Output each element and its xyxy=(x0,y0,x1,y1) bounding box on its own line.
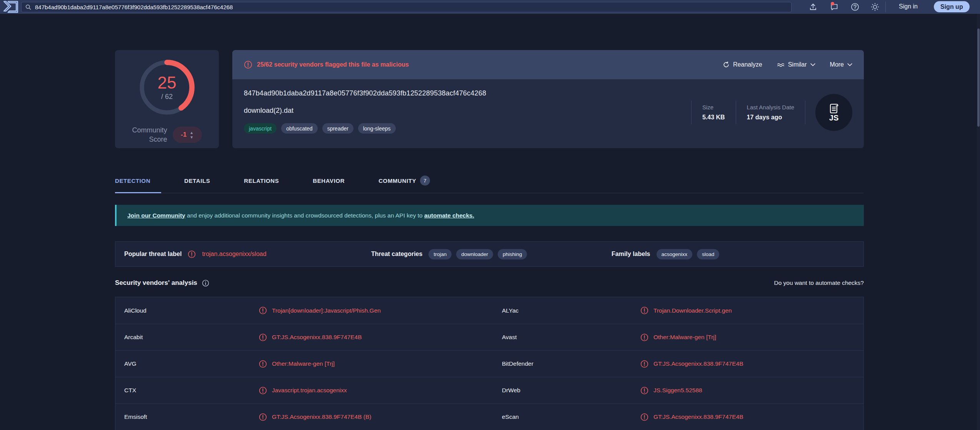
chevron-down-icon xyxy=(847,63,852,66)
topbar-divider xyxy=(885,2,886,12)
category-downloader[interactable]: downloader xyxy=(456,249,493,259)
alert-icon xyxy=(259,333,267,341)
alert-icon xyxy=(188,250,196,258)
file-card: 25/62 security vendors flagged this file… xyxy=(232,50,864,148)
detection-result: Other:Malware-gen [Trj] xyxy=(640,333,863,341)
category-trojan[interactable]: trojan xyxy=(428,249,452,259)
community-score-value: -1 xyxy=(181,131,187,139)
topbar: Sign in Sign up xyxy=(0,0,980,14)
alert-icon xyxy=(259,360,267,368)
table-row: AliCloud Trojan[downloader]:Javascript/P… xyxy=(115,297,863,324)
virustotal-logo[interactable] xyxy=(3,1,18,13)
vendor-name: DrWeb xyxy=(502,387,640,394)
detection-result: JS.Siggen5.52588 xyxy=(640,386,863,395)
popular-threat-label: Popular threat label xyxy=(124,251,182,258)
vendor-name: eScan xyxy=(502,413,640,420)
alert-icon xyxy=(259,413,267,421)
help-icon[interactable] xyxy=(851,3,859,11)
vendor-name: BitDefender xyxy=(502,360,640,367)
family-acsogenixx[interactable]: acsogenixx xyxy=(657,249,693,259)
automate-checks-link[interactable]: automate checks. xyxy=(424,212,474,219)
family-sload[interactable]: sload xyxy=(697,249,719,259)
analysis-header: Security vendors' analysis Do you want t… xyxy=(115,274,864,291)
alert-icon xyxy=(640,386,648,395)
alert-icon xyxy=(259,306,267,315)
detection-result: GT:JS.Acsogenixx.838.9F747E4B xyxy=(259,333,502,341)
table-row: CTX Javascript.trojan.acsogenixx DrWeb J… xyxy=(115,377,863,403)
tab-detection[interactable]: DETECTION xyxy=(115,169,161,193)
tab-bar: DETECTION DETAILS RELATIONS BEHAVIOR COM… xyxy=(115,169,864,193)
detection-result: GT:JS.Acsogenixx.838.9F747E4B xyxy=(640,413,863,421)
threat-categories-label: Threat categories xyxy=(371,251,422,258)
table-row: AVG Other:Malware-gen [Trj] BitDefender … xyxy=(115,350,863,377)
upload-icon[interactable] xyxy=(809,3,817,11)
tab-details[interactable]: DETAILS xyxy=(184,169,221,193)
detection-result: Javascript.trojan.acsogenixx xyxy=(259,386,502,395)
reanalyze-button[interactable]: Reanalyze xyxy=(723,61,762,68)
theme-toggle-icon[interactable] xyxy=(871,3,879,11)
flag-message: 25/62 security vendors flagged this file… xyxy=(257,61,409,68)
detection-score-ring: 25 / 62 xyxy=(138,59,196,116)
detection-result: GT:JS.Acsogenixx.838.9F747E4B xyxy=(640,360,863,368)
tab-community[interactable]: COMMUNITY 7 xyxy=(378,169,441,193)
tag-long-sleeps[interactable]: long-sleeps xyxy=(358,123,396,134)
community-score-label: Community Score xyxy=(132,125,167,144)
search-bar[interactable] xyxy=(21,2,792,12)
alert-icon xyxy=(640,333,648,341)
chevron-down-icon xyxy=(810,63,815,66)
scrollbar[interactable] xyxy=(977,14,980,430)
size-label: Size xyxy=(702,104,725,110)
file-meta: Size 5.43 KB Last Analysis Date 17 days … xyxy=(691,94,852,131)
vendor-name: Emsisoft xyxy=(124,413,259,420)
main-content: 25 / 62 Community Score -1 ▲ ▼ xyxy=(115,50,864,430)
meta-divider xyxy=(805,100,805,124)
sign-in-link[interactable]: Sign in xyxy=(899,3,918,10)
search-input[interactable] xyxy=(35,4,787,10)
filetype-label: JS xyxy=(829,114,838,122)
scrollbar-thumb[interactable] xyxy=(977,28,980,127)
vote-up-icon[interactable]: ▲ xyxy=(190,131,193,134)
more-button[interactable]: More xyxy=(830,61,852,68)
script-icon xyxy=(828,103,840,114)
filetype-badge: JS xyxy=(815,94,852,131)
join-community-banner: Join our Community and enjoy additional … xyxy=(115,205,864,226)
refresh-icon xyxy=(723,61,730,68)
tag-obfuscated[interactable]: obfuscated xyxy=(281,123,318,134)
community-score-pill: -1 ▲ ▼ xyxy=(173,127,202,143)
detection-result: Other:Malware-gen [Trj] xyxy=(259,360,502,368)
vote-down-icon[interactable]: ▼ xyxy=(190,136,193,139)
alert-icon xyxy=(640,360,648,368)
alert-icon xyxy=(244,60,252,69)
vendor-name: Arcabit xyxy=(124,334,259,341)
vendor-table: AliCloud Trojan[downloader]:Javascript/P… xyxy=(115,297,864,430)
vendor-name: CTX xyxy=(124,387,259,394)
detection-result: GT:JS.Acsogenixx.838.9F747E4B (B) xyxy=(259,413,502,421)
detection-result: Trojan.Downloader.Script.gen xyxy=(640,306,863,315)
tag-spreader[interactable]: spreader xyxy=(322,123,353,134)
last-analysis-value: 17 days ago xyxy=(747,114,794,121)
score-card: 25 / 62 Community Score -1 ▲ ▼ xyxy=(115,50,219,148)
similar-button[interactable]: Similar xyxy=(777,61,815,68)
analysis-title: Security vendors' analysis xyxy=(115,279,197,287)
alert-icon xyxy=(640,306,648,315)
vendor-name: ALYac xyxy=(502,307,640,314)
join-community-link[interactable]: Join our Community xyxy=(127,212,185,219)
community-count-badge: 7 xyxy=(420,176,430,186)
tag-javascript[interactable]: javascript xyxy=(244,123,277,134)
tab-behavior[interactable]: BEHAVIOR xyxy=(313,169,355,193)
detections-count: 25 xyxy=(158,74,177,91)
banner-body-text: and enjoy additional community insights … xyxy=(185,212,424,219)
search-icon xyxy=(25,4,31,10)
family-labels-label: Family labels xyxy=(612,251,650,258)
engines-total: / 62 xyxy=(161,93,173,101)
threat-label-value[interactable]: trojan.acsogenixx/sload xyxy=(202,251,266,258)
tab-relations[interactable]: RELATIONS xyxy=(244,169,290,193)
last-analysis-label: Last Analysis Date xyxy=(747,104,794,110)
sign-up-button[interactable]: Sign up xyxy=(934,1,970,12)
info-icon[interactable] xyxy=(202,279,209,287)
similar-icon xyxy=(777,62,785,67)
detection-result: Trojan[downloader]:Javascript/Phish.Gen xyxy=(259,306,502,315)
category-phishing[interactable]: phishing xyxy=(498,249,527,259)
automate-hint: Do you want to automate checks? xyxy=(774,279,864,286)
alert-icon xyxy=(640,413,648,421)
